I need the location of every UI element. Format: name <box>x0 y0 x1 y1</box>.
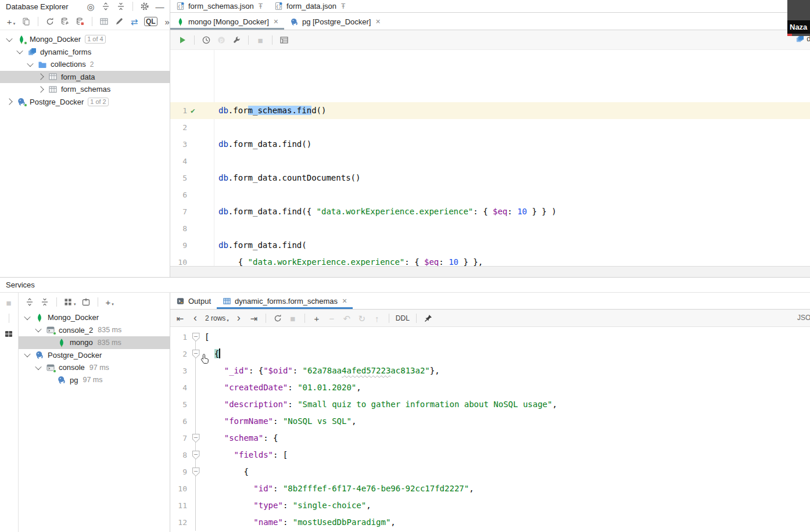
tab-form-schemas-result[interactable]: dynamic_forms.form_schemas × <box>217 293 353 309</box>
tree-item-mongo-docker[interactable]: Mongo_Docker <box>19 311 170 324</box>
close-icon[interactable]: × <box>274 17 278 26</box>
settings-wrench-icon[interactable] <box>230 34 243 46</box>
fold-marker[interactable]: – <box>192 468 200 476</box>
tree-item-pg[interactable]: pg97 ms <box>19 374 170 387</box>
query-console-icon[interactable]: QL <box>143 15 159 28</box>
chevron-expanded-icon[interactable] <box>35 364 41 370</box>
hide-panel-icon[interactable]: — <box>153 0 166 13</box>
duplicate-icon[interactable] <box>20 15 33 28</box>
tree-item-dynamic-forms[interactable]: dynamic_forms <box>0 46 170 59</box>
chevron-collapsed-icon[interactable] <box>37 74 44 80</box>
delete-row-icon[interactable]: − <box>325 312 338 325</box>
chevron-expanded-icon[interactable] <box>24 314 30 320</box>
tree-item-form-schemas[interactable]: form_schemas <box>0 83 170 96</box>
open-table-icon[interactable] <box>98 15 110 28</box>
tree-item-mongo-docker[interactable]: Mongo_Docker1 of 4 <box>0 33 170 46</box>
open-in-new-tab-icon[interactable] <box>80 296 92 308</box>
mongo-icon <box>35 313 44 322</box>
add-row-icon[interactable]: + <box>310 312 323 325</box>
chevron-expanded-icon[interactable] <box>6 35 12 42</box>
collapse-all-icon[interactable] <box>114 0 127 13</box>
mongo-icon <box>57 338 66 347</box>
status-dot <box>53 332 56 335</box>
code-line-9: 9db.form_data.find( <box>170 237 810 254</box>
table-icon <box>223 297 231 305</box>
code-line-8: 8– "fields": [ <box>170 447 810 463</box>
tab-output[interactable]: Output <box>170 293 217 309</box>
tree-item-form-data[interactable]: form_data <box>0 71 170 84</box>
tab-pg-console[interactable]: pg [Postgre_Docker] × <box>284 13 386 30</box>
fold-marker[interactable]: – <box>192 333 200 342</box>
line-number: 9 <box>170 237 187 254</box>
close-icon[interactable]: × <box>342 296 347 305</box>
data-source-properties-icon[interactable] <box>59 15 71 28</box>
previous-page-icon[interactable]: ‹ <box>189 312 202 325</box>
expand-all-icon[interactable] <box>23 296 36 308</box>
pin-icon[interactable]: Ŧ <box>341 2 345 10</box>
panel-layout-icon[interactable] <box>2 328 15 340</box>
tree-item-console-2[interactable]: console_2835 ms <box>19 324 170 337</box>
mouse-hand-cursor <box>200 353 212 366</box>
add-service-icon[interactable]: +▾ <box>103 296 116 308</box>
page-size-select[interactable]: 2 rows▾ <box>204 312 230 325</box>
settings-gear-icon[interactable] <box>138 0 151 13</box>
tab-form-data-json[interactable]: form_data.json Ŧ <box>268 0 351 12</box>
tree-item-console[interactable]: console97 ms <box>19 361 170 374</box>
tablegray-icon <box>48 72 58 81</box>
tree-item-postgre-docker[interactable]: Postgre_Docker <box>19 349 170 362</box>
tree-item-mongo[interactable]: mongo835 ms <box>19 336 170 349</box>
chevron-expanded-icon[interactable] <box>16 48 23 54</box>
first-page-icon[interactable]: ⇤ <box>174 312 187 325</box>
upload-icon[interactable]: ↑ <box>371 312 384 325</box>
run-icon[interactable] <box>176 34 189 46</box>
stop-icon[interactable]: ■ <box>286 312 299 325</box>
pause-icon[interactable] <box>215 34 228 46</box>
chevron-expanded-icon[interactable] <box>24 351 30 357</box>
chevron-collapsed-icon[interactable] <box>6 99 12 105</box>
edit-icon[interactable] <box>113 15 126 28</box>
reload-page-icon[interactable] <box>271 312 284 325</box>
tree-item-label: form_schemas <box>61 85 110 94</box>
last-page-icon[interactable]: ⇥ <box>248 312 260 325</box>
tree-item-postgre-docker[interactable]: Postgre_Docker1 of 2 <box>0 96 170 109</box>
chevron-collapsed-icon[interactable] <box>37 86 44 92</box>
line-number: 5 <box>170 396 187 413</box>
history-icon[interactable] <box>200 34 213 46</box>
tab-form-schemas-json[interactable]: form_schemas.json Ŧ <box>170 0 268 12</box>
tree-item-label: console_2 <box>59 326 93 335</box>
tree-item-collections[interactable]: collections2 <box>0 58 170 71</box>
refresh-icon[interactable] <box>44 15 56 28</box>
fold-marker[interactable]: – <box>192 434 200 443</box>
code-line-8: 8 <box>170 220 810 237</box>
format-label[interactable]: JSON <box>797 314 810 322</box>
new-item-icon[interactable]: +▾ <box>5 15 17 28</box>
tab-mongo-console[interactable]: mongo [Mongo_Docker] × <box>170 13 284 30</box>
collapse-all-icon[interactable] <box>38 296 51 308</box>
stop-icon[interactable]: ■ <box>254 34 267 46</box>
recording-indicator <box>787 34 792 36</box>
fold-marker[interactable]: – <box>192 350 200 358</box>
locate-icon[interactable]: ◎ <box>84 0 97 13</box>
revert-icon[interactable]: ↶ <box>341 312 353 325</box>
line-number: 4 <box>170 153 187 170</box>
stop-icon[interactable]: ■ <box>2 296 15 309</box>
query-editor[interactable]: 1✔db.form_schemas.find()23db.form_data.f… <box>170 50 810 266</box>
in-editor-results-icon[interactable] <box>278 34 291 46</box>
chevron-expanded-icon[interactable] <box>27 60 33 67</box>
tab-label: Output <box>188 297 211 305</box>
pin-tab-icon[interactable] <box>422 312 435 325</box>
pin-icon[interactable]: Ŧ <box>259 2 263 10</box>
jump-to-console-icon[interactable]: ⇄ <box>128 15 141 28</box>
ddl-button[interactable]: DDL <box>395 312 411 325</box>
commit-icon[interactable]: ↻ <box>356 312 368 325</box>
chevron-expanded-icon[interactable] <box>35 326 41 332</box>
code-line-7: 7db.form_data.find({ "data.workExperienc… <box>170 203 810 220</box>
fold-marker[interactable]: – <box>192 451 200 459</box>
expand-all-icon[interactable] <box>99 0 112 13</box>
next-page-icon[interactable]: › <box>232 312 245 325</box>
result-json-viewer[interactable]: 1–[2– {3 "_id": {"$oid": "62a78aa4afed57… <box>170 327 810 531</box>
group-by-icon[interactable]: ▾ <box>62 296 77 308</box>
tree-item-label: mongo <box>70 338 93 347</box>
disconnect-icon[interactable] <box>74 15 87 28</box>
close-icon[interactable]: × <box>375 17 380 26</box>
